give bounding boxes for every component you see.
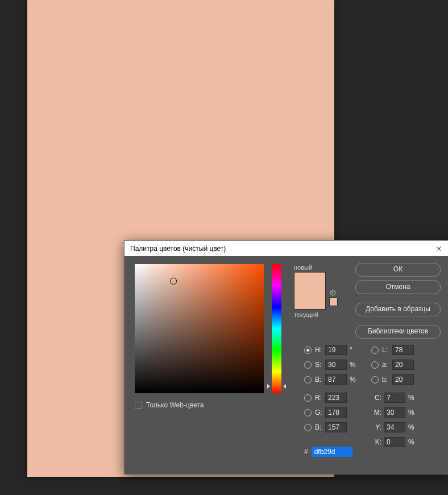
- unit-pct: %: [408, 409, 415, 416]
- radio-a[interactable]: [371, 361, 379, 369]
- input-b[interactable]: [325, 374, 347, 385]
- unit-deg: °: [350, 346, 356, 354]
- sv-cursor-icon: [170, 278, 177, 284]
- radio-lab-b[interactable]: [371, 376, 379, 383]
- row-bl: B:: [304, 422, 356, 433]
- row-m: M:%: [371, 407, 424, 418]
- color-swatch-stack: [294, 272, 326, 310]
- input-hex[interactable]: [312, 447, 352, 457]
- input-h[interactable]: [325, 345, 347, 355]
- hash-label: #: [304, 448, 308, 456]
- color-picker-dialog: Палитра цветов (чистый цвет) Только Web-…: [124, 240, 448, 475]
- input-c[interactable]: [384, 393, 405, 403]
- dialog-titlebar[interactable]: Палитра цветов (чистый цвет): [125, 241, 448, 256]
- dialog-title: Палитра цветов (чистый цвет): [130, 245, 429, 253]
- add-to-swatches-button[interactable]: Добавить в образцы: [355, 303, 441, 316]
- unit-pct: %: [408, 394, 415, 402]
- close-button[interactable]: [429, 241, 448, 256]
- web-colors-only-row: Только Web-цвета: [135, 401, 264, 409]
- radio-g[interactable]: [304, 409, 312, 416]
- input-k[interactable]: [384, 437, 405, 447]
- col-hsb-rgb: H:° S:% B:% R: G: B:: [304, 344, 356, 448]
- unit-pct: %: [408, 423, 415, 431]
- label-b: B:: [315, 376, 325, 383]
- web-colors-label: Только Web-цвета: [146, 401, 204, 409]
- row-l: L:: [371, 344, 424, 356]
- input-l[interactable]: [392, 345, 414, 355]
- radio-s[interactable]: [304, 361, 312, 369]
- cancel-button[interactable]: Отмена: [355, 280, 441, 294]
- unit-pct: %: [350, 376, 356, 383]
- hue-slider[interactable]: [272, 264, 281, 393]
- current-color-swatch[interactable]: [294, 291, 325, 309]
- sv-gradient-black: [135, 264, 264, 393]
- row-b: B:%: [304, 374, 356, 385]
- hex-row: #: [304, 447, 352, 457]
- saturation-value-area: Только Web-цвета: [135, 264, 264, 409]
- input-s[interactable]: [325, 360, 347, 370]
- row-h: H:°: [304, 344, 356, 356]
- dialog-body: Только Web-цвета новый текущий ОК: [125, 256, 448, 417]
- col-lab-cmyk: L: a: b: C:% M:% Y:% K:%: [371, 344, 424, 448]
- input-lab-b[interactable]: [392, 374, 414, 385]
- new-color-label: новый: [294, 264, 341, 271]
- nearest-web-color-swatch[interactable]: [329, 298, 338, 306]
- row-g: G:: [304, 407, 356, 418]
- web-colors-checkbox[interactable]: [135, 402, 142, 409]
- label-l: L:: [382, 346, 392, 354]
- close-icon: [436, 246, 442, 251]
- color-libraries-button[interactable]: Библиотеки цветов: [355, 325, 441, 339]
- label-k: K:: [371, 438, 381, 446]
- color-value-fields: H:° S:% B:% R: G: B: L: a: b: C:% M:% Y:…: [304, 344, 424, 448]
- label-lab-b: b:: [382, 376, 392, 383]
- radio-h[interactable]: [304, 346, 312, 354]
- row-a: a:: [371, 359, 424, 370]
- row-s: S:%: [304, 359, 356, 370]
- row-c: C:%: [371, 392, 424, 403]
- input-r[interactable]: [325, 393, 347, 403]
- new-color-swatch[interactable]: [294, 273, 325, 291]
- input-bl[interactable]: [325, 422, 347, 432]
- ok-button[interactable]: ОК: [355, 263, 441, 277]
- input-a[interactable]: [392, 360, 414, 370]
- radio-b[interactable]: [304, 376, 312, 383]
- input-m[interactable]: [384, 407, 405, 418]
- radio-r[interactable]: [304, 394, 312, 402]
- hue-slider-column: [272, 264, 281, 409]
- radio-bl[interactable]: [304, 424, 312, 431]
- unit-pct: %: [408, 438, 415, 446]
- label-h: H:: [315, 346, 325, 354]
- input-g[interactable]: [325, 407, 347, 418]
- cube-3d-icon: [329, 289, 337, 296]
- label-c: C:: [371, 394, 381, 402]
- radio-l[interactable]: [371, 346, 379, 354]
- label-s: S:: [315, 361, 325, 369]
- label-m: M:: [371, 409, 381, 416]
- row-k: K:%: [371, 436, 424, 448]
- dialog-buttons: ОК Отмена Добавить в образцы Библиотеки …: [355, 263, 441, 339]
- row-lab-b: b:: [371, 374, 424, 385]
- label-r: R:: [315, 394, 325, 402]
- row-y: Y:%: [371, 422, 424, 433]
- label-a: a:: [382, 361, 392, 369]
- sv-picker[interactable]: [135, 264, 264, 393]
- input-y[interactable]: [384, 422, 405, 432]
- label-g: G:: [315, 409, 325, 416]
- unit-pct: %: [350, 361, 356, 369]
- label-y: Y:: [371, 423, 381, 431]
- row-r: R:: [304, 392, 356, 403]
- current-color-label: текущий: [294, 311, 341, 318]
- label-bl: B:: [315, 423, 325, 431]
